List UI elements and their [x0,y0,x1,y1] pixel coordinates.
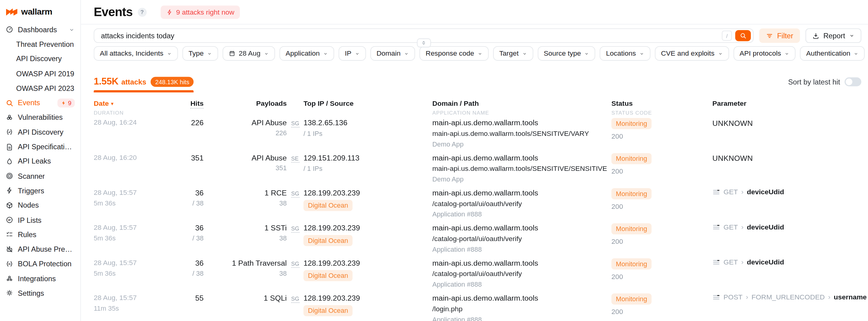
search-expand-toggle[interactable] [416,38,431,47]
sidebar-item-settings[interactable]: Settings [0,286,81,300]
search-button[interactable] [735,30,751,41]
sidebar-item-api-discovery[interactable]: API Discovery [0,52,81,66]
filter-chip-locations[interactable]: Locations [600,46,651,61]
filter-chip-domain[interactable]: Domain [370,46,415,61]
sidebar-item-scanner[interactable]: Scanner [0,169,81,183]
event-application: Application #888 [432,316,611,321]
event-ip[interactable]: 129.151.209.113 [303,153,360,163]
event-row[interactable]: 28 Aug, 15:57 5m 36s 36 / 38 1 RCE 38 SG… [94,188,861,223]
event-attack-type[interactable]: 1 SSTi [204,223,287,233]
event-row[interactable]: 28 Aug, 16:24 226 API Abuse 226 SG 138.2… [94,118,861,153]
event-domain[interactable]: main-api.us.demo.wallarm.tools [432,188,611,198]
filter-chip-label: 28 Aug [239,49,260,58]
event-row[interactable]: 28 Aug, 15:57 5m 36s 36 / 38 1 Path Trav… [94,258,861,293]
sidebar-item-events[interactable]: Events9 [0,96,81,110]
column-header-date[interactable]: Date▾ DURATION [94,100,172,116]
event-hits: 36 [172,258,204,268]
sidebar-item-vulnerabilities[interactable]: Vulnerabilities [0,110,81,124]
sidebar-item-threat-prevention[interactable]: Threat Prevention [0,37,81,51]
parameter-location: GET [724,188,738,196]
filter-chip-application[interactable]: Application [280,46,334,61]
country-code[interactable]: SE [291,155,299,163]
event-hits-total: / 38 [172,235,204,242]
filter-chip-all-attacks-incidents[interactable]: All attacks, Incidents [94,46,178,61]
sidebar-item-integrations[interactable]: Integrations [0,271,81,286]
event-row[interactable]: 28 Aug, 15:57 11m 35s 55 1 SQLi SG 128.1… [94,293,861,321]
filter-chip-cve-and-exploits[interactable]: CVE and exploits [655,46,729,61]
parameter-separator: › [741,188,744,196]
country-code[interactable]: SG [291,190,299,198]
event-attack-type[interactable]: API Abuse [204,153,287,163]
filter-chips-row: All attacks, IncidentsType28 AugApplicat… [94,46,861,61]
country-code[interactable]: SG [291,296,299,303]
event-path[interactable]: /catalog-portal/ui/oauth/verify [432,235,611,243]
event-attack-type[interactable]: 1 Path Traversal [204,258,287,268]
column-header-hits[interactable]: Hits [172,100,204,116]
parameter-location: GET [724,223,738,231]
column-header-parameter[interactable]: Parameter [712,100,861,116]
filter-chip-28-aug[interactable]: 28 Aug [223,46,275,61]
sidebar-item-triggers[interactable]: Triggers [0,183,81,198]
event-path[interactable]: /login.php [432,305,611,313]
column-header-top-ip-source[interactable]: Top IP / Source [287,100,432,116]
sidebar-item-api-discovery[interactable]: API Discovery [0,124,81,139]
sidebar-item-owasp-api-2023[interactable]: OWASP API 2023 [0,81,81,96]
filter-chip-type[interactable]: Type [182,46,218,61]
event-date: 28 Aug, 16:24 [94,118,172,128]
chevron-down-icon [584,51,589,56]
event-path[interactable]: main-api.us.demo.wallarm.tools/SENSITIVE… [432,130,611,138]
sort-toggle[interactable] [844,77,861,86]
event-domain[interactable]: main-api.us.demo.wallarm.tools [432,293,611,303]
sidebar-item-dashboards[interactable]: Dashboards [0,22,81,37]
event-domain[interactable]: main-api.us.demo.wallarm.tools [432,258,611,268]
country-code[interactable]: SG [291,260,299,268]
event-attack-type[interactable]: 1 SQLi [204,293,287,303]
attacks-tab[interactable]: 1.55K attacks 248.13K hits [94,76,194,93]
source-badge: Digital Ocean [303,235,352,246]
country-code[interactable]: SG [291,120,299,128]
sidebar-item-owasp-api-2019[interactable]: OWASP API 2019 [0,66,81,81]
sidebar-nav: DashboardsThreat PreventionAPI Discovery… [0,22,81,300]
event-ip[interactable]: 128.199.203.239 [303,258,360,268]
event-path[interactable]: main-api.us.demo.wallarm.tools/SENSITIVE… [432,165,611,173]
status-code: 200 [611,203,712,211]
filter-button[interactable]: Filter [759,28,800,43]
sidebar-item-api-abuse-prevention[interactable]: API Abuse Prevention [0,242,81,256]
help-icon[interactable]: ? [138,8,147,16]
event-ip[interactable]: 128.199.203.239 [303,188,360,198]
sidebar-item-ip-lists[interactable]: IPIP Lists [0,212,81,227]
filter-chip-api-protocols[interactable]: API protocols [733,46,796,61]
sidebar-item-api-specifications[interactable]: API Specifications [0,140,81,154]
column-header-status[interactable]: Status STATUS CODE [611,100,712,116]
filter-chip-label: All attacks, Incidents [100,49,163,58]
sidebar-item-bola-protection[interactable]: IDBOLA Protection [0,256,81,271]
filter-chip-ip[interactable]: IP [339,46,366,61]
event-ip[interactable]: 128.199.203.239 [303,293,360,303]
attacks-now-badge[interactable]: 9 attacks right now [160,5,240,19]
filter-chip-target[interactable]: Target [493,46,533,61]
column-header-payloads[interactable]: Payloads [204,100,287,116]
column-header-domain-path[interactable]: Domain / Path APPLICATION NAME [432,100,611,116]
report-button[interactable]: Report [806,28,861,43]
filter-chip-source-type[interactable]: Source type [537,46,595,61]
search-input[interactable] [101,31,722,39]
event-path[interactable]: /catalog-portal/ui/oauth/verify [432,270,611,278]
sidebar-item-api-leaks[interactable]: API Leaks [0,154,81,169]
event-ip[interactable]: 128.199.203.239 [303,223,360,233]
filter-chip-response-code[interactable]: Response code [420,46,489,61]
wallarm-logo[interactable]: wallarm [0,5,81,17]
event-attack-type[interactable]: API Abuse [204,118,287,128]
event-path[interactable]: /catalog-portal/ui/oauth/verify [432,200,611,208]
event-ip[interactable]: 138.2.65.136 [303,118,347,128]
event-domain[interactable]: main-api.us.demo.wallarm.tools [432,223,611,233]
event-domain[interactable]: main-api.us.demo.wallarm.tools [432,153,611,163]
event-row[interactable]: 28 Aug, 15:57 5m 36s 36 / 38 1 SSTi 38 S… [94,223,861,258]
status-badge: Monitoring [611,258,651,270]
event-attack-type[interactable]: 1 RCE [204,188,287,198]
country-code[interactable]: SG [291,225,299,233]
sidebar-item-rules[interactable]: Rules [0,227,81,242]
sidebar-item-nodes[interactable]: Nodes [0,198,81,212]
event-row[interactable]: 28 Aug, 16:20 351 API Abuse 351 SE 129.1… [94,153,861,188]
filter-chip-authentication[interactable]: Authentication [800,46,865,61]
event-domain[interactable]: main-api.us.demo.wallarm.tools [432,118,611,128]
